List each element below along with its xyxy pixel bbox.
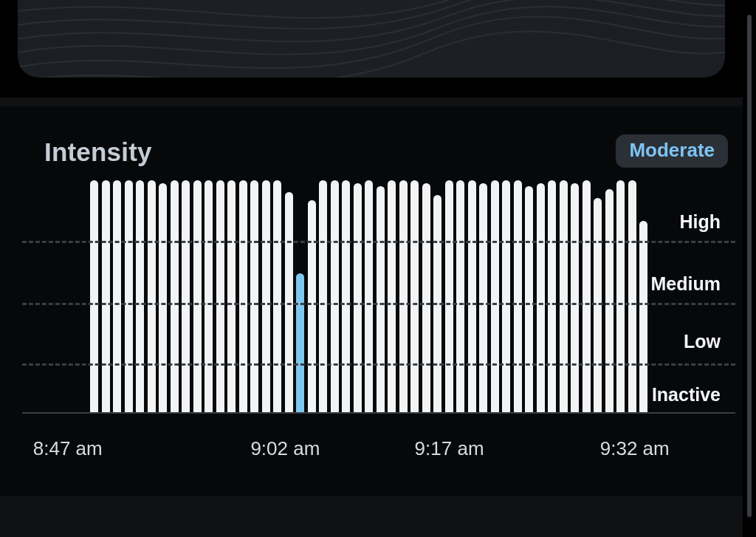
intensity-badge: Moderate	[616, 134, 728, 168]
intensity-bar[interactable]	[90, 180, 98, 412]
intensity-bar[interactable]	[342, 180, 350, 412]
intensity-bar[interactable]	[502, 180, 510, 412]
baseline	[22, 412, 735, 414]
x-axis-label: 9:32 am	[600, 437, 670, 460]
intensity-bar[interactable]	[308, 200, 316, 412]
x-axis-label: 9:17 am	[415, 437, 484, 460]
intensity-bar[interactable]	[102, 180, 110, 412]
topographic-lines-icon	[18, 0, 725, 78]
intensity-bar[interactable]	[560, 180, 568, 412]
intensity-bar[interactable]	[273, 180, 281, 412]
intensity-bar[interactable]	[399, 180, 408, 412]
activity-map-card	[18, 0, 725, 78]
intensity-bar[interactable]	[159, 183, 167, 412]
intensity-bar[interactable]	[616, 180, 625, 412]
intensity-bar[interactable]	[250, 180, 258, 412]
y-axis-label: Medium	[651, 273, 721, 295]
intensity-bar[interactable]	[136, 180, 144, 412]
intensity-bar[interactable]	[537, 183, 545, 412]
intensity-bar[interactable]	[171, 180, 179, 412]
intensity-bar[interactable]	[182, 180, 190, 412]
intensity-bar[interactable]	[456, 180, 464, 412]
section-divider-bottom	[0, 496, 743, 537]
gridline	[22, 303, 735, 305]
intensity-bar[interactable]	[468, 180, 476, 412]
intensity-bar[interactable]	[319, 180, 327, 412]
bars-container	[22, 180, 735, 412]
x-axis-label: 9:02 am	[250, 437, 320, 460]
y-axis-label: Low	[684, 331, 721, 352]
intensity-bar[interactable]	[216, 180, 224, 412]
intensity-bar[interactable]	[296, 273, 304, 412]
intensity-bar[interactable]	[205, 180, 213, 412]
intensity-bar[interactable]	[113, 180, 121, 412]
intensity-bar[interactable]	[479, 183, 487, 412]
section-divider	[0, 98, 743, 106]
intensity-bar[interactable]	[583, 180, 591, 412]
intensity-bar[interactable]	[388, 180, 396, 412]
intensity-bar[interactable]	[571, 183, 579, 412]
x-axis: 8:47 am9:02 am9:17 am9:32 am	[0, 437, 713, 467]
intensity-bar[interactable]	[514, 180, 522, 412]
intensity-bar[interactable]	[491, 180, 499, 412]
intensity-bar[interactable]	[262, 180, 270, 412]
x-axis-label: 8:47 am	[33, 437, 103, 460]
gridline	[22, 363, 735, 366]
intensity-panel: Intensity Moderate HighMediumLowInactive…	[0, 106, 743, 496]
intensity-bar[interactable]	[148, 180, 156, 412]
gridline	[22, 241, 735, 243]
panel-title: Intensity	[44, 137, 152, 167]
scrollbar-thumb[interactable]	[747, 15, 752, 517]
intensity-bar[interactable]	[422, 183, 430, 412]
intensity-bar[interactable]	[410, 180, 419, 412]
intensity-bar[interactable]	[639, 221, 647, 412]
intensity-bar[interactable]	[227, 180, 236, 412]
intensity-bar[interactable]	[285, 192, 293, 412]
intensity-bar[interactable]	[331, 180, 339, 412]
intensity-bar[interactable]	[193, 180, 202, 412]
intensity-bar[interactable]	[548, 180, 556, 412]
intensity-bar[interactable]	[605, 189, 614, 412]
intensity-bar[interactable]	[628, 180, 636, 412]
intensity-chart: HighMediumLowInactive	[22, 180, 735, 412]
intensity-bar[interactable]	[125, 180, 133, 412]
y-axis-label: Inactive	[652, 384, 721, 406]
y-axis-label: High	[679, 211, 721, 233]
scrollbar-track[interactable]	[743, 0, 756, 537]
intensity-bar[interactable]	[354, 183, 362, 412]
intensity-bar[interactable]	[239, 180, 247, 412]
intensity-bar[interactable]	[445, 180, 453, 412]
intensity-bar[interactable]	[525, 186, 533, 412]
intensity-bar[interactable]	[377, 186, 385, 412]
intensity-bar[interactable]	[365, 180, 373, 412]
